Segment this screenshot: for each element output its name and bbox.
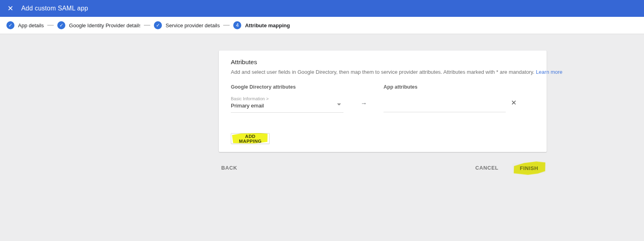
column-header-app-attributes: App attributes [384,84,418,90]
learn-more-link[interactable]: Learn more [536,69,562,75]
step-app-details: ✓ App details [6,21,44,29]
step-service-provider-details: ✓ Service provider details [154,21,220,29]
add-mapping-button[interactable]: ADD MAPPING [231,133,270,144]
step-google-idp-details: ✓ Google Identity Provider details [57,21,140,29]
step-label: App details [18,22,44,28]
step-separator [223,25,230,26]
page-body: Attributes Add and select user fields in… [0,34,644,241]
description-text: Add and select user fields in Google Dir… [231,69,535,75]
finish-button[interactable]: FINISH [512,163,546,173]
wizard-stepper: ✓ App details ✓ Google Identity Provider… [0,17,644,34]
attributes-card: Attributes Add and select user fields in… [219,51,547,152]
attribute-category-path: Basic Information > [231,96,343,101]
google-directory-attribute-dropdown[interactable]: Basic Information > Primary email [231,95,343,113]
remove-mapping-icon[interactable]: ✕ [509,98,519,107]
selected-attribute-value: Primary email [231,103,343,109]
step-number-icon: 4 [233,21,241,29]
cancel-button[interactable]: CANCEL [473,162,501,173]
close-icon[interactable]: ✕ [5,3,16,14]
dialog-header: ✕ Add custom SAML app [0,0,644,17]
step-complete-icon: ✓ [6,21,14,29]
step-label: Attribute mapping [245,22,290,28]
dialog-title: Add custom SAML app [21,5,88,12]
step-attribute-mapping: 4 Attribute mapping [233,21,290,29]
step-separator [144,25,150,26]
step-label: Google Identity Provider details [69,22,140,28]
step-separator [47,25,54,26]
app-attribute-input[interactable] [384,101,506,112]
mapping-arrow-icon: → [361,99,367,106]
step-complete-icon: ✓ [57,21,65,29]
step-label: Service provider details [166,22,220,28]
card-description: Add and select user fields in Google Dir… [231,69,563,75]
column-header-google-directory: Google Directory attributes [231,84,296,90]
card-title: Attributes [231,59,257,66]
chevron-down-icon [337,103,341,105]
back-button[interactable]: BACK [219,162,240,173]
step-complete-icon: ✓ [154,21,162,29]
